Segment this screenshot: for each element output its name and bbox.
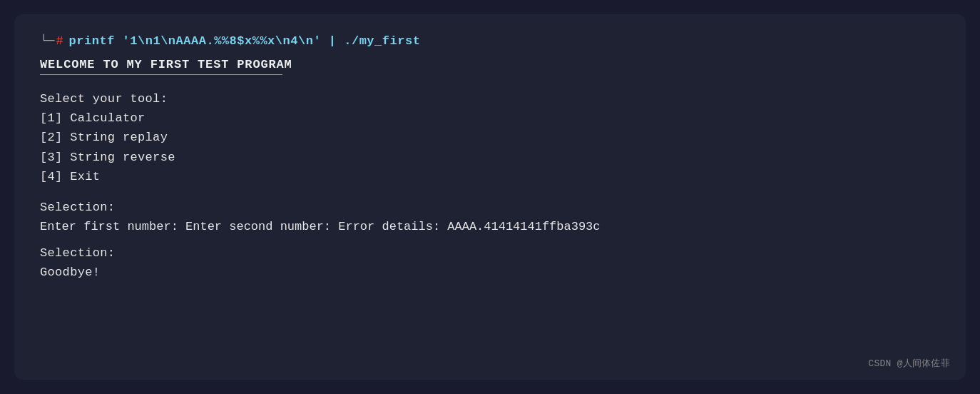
prompt-hash: # <box>56 34 63 48</box>
selection-1-block: Selection: Enter first number: Enter sec… <box>40 198 940 238</box>
welcome-text: WELCOME TO MY FIRST TEST PROGRAM <box>40 58 940 71</box>
goodbye-text: Goodbye! <box>40 263 940 282</box>
prompt-arrow: └─ <box>40 34 54 48</box>
menu-item-1: [1] Calculator <box>40 108 940 128</box>
command-text: printf '1\n1\nAAAA.%%8$x%%x\n4\n' | ./my… <box>69 34 421 48</box>
menu-item-3: [3] String reverse <box>40 148 940 167</box>
menu-prompt: Select your tool: <box>40 89 940 108</box>
selection-2-label: Selection: <box>40 243 940 263</box>
menu-item-2: [2] String replay <box>40 128 940 147</box>
selection-1-label: Selection: <box>40 198 940 217</box>
watermark: CSDN @人间体佐菲 <box>868 357 950 370</box>
menu-block: Select your tool: [1] Calculator [2] Str… <box>40 89 940 186</box>
selection-1-detail: Enter first number: Enter second number:… <box>40 217 940 238</box>
divider <box>40 74 282 75</box>
command-line: └─ # printf '1\n1\nAAAA.%%8$x%%x\n4\n' |… <box>40 34 940 48</box>
selection-2-block: Selection: Goodbye! <box>40 243 940 282</box>
menu-item-4: [4] Exit <box>40 167 940 186</box>
terminal-window: └─ # printf '1\n1\nAAAA.%%8$x%%x\n4\n' |… <box>14 14 966 380</box>
